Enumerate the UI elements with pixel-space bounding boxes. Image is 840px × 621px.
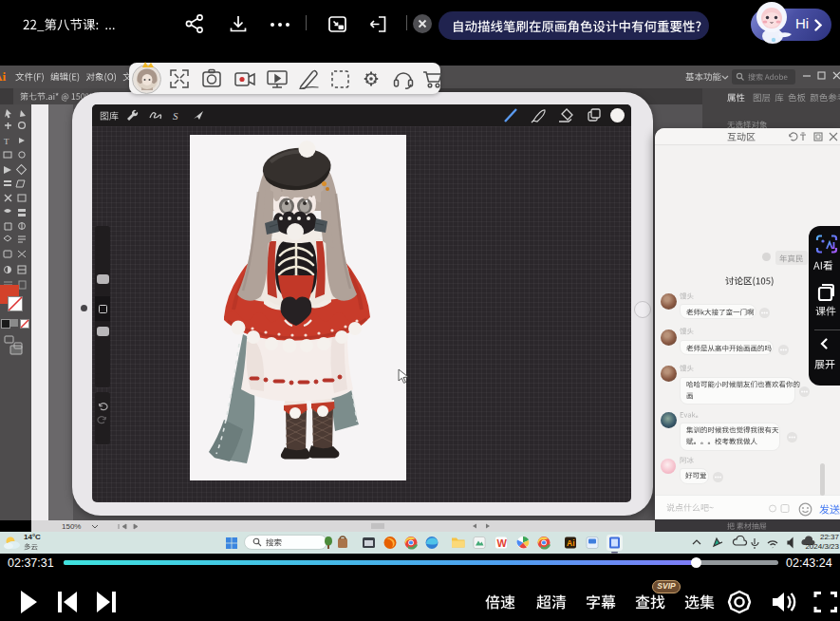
svg-text:Ai: Ai (567, 538, 575, 548)
svg-text:T: T (4, 137, 9, 146)
svg-text:W: W (497, 537, 508, 549)
svg-text:S: S (173, 110, 178, 122)
